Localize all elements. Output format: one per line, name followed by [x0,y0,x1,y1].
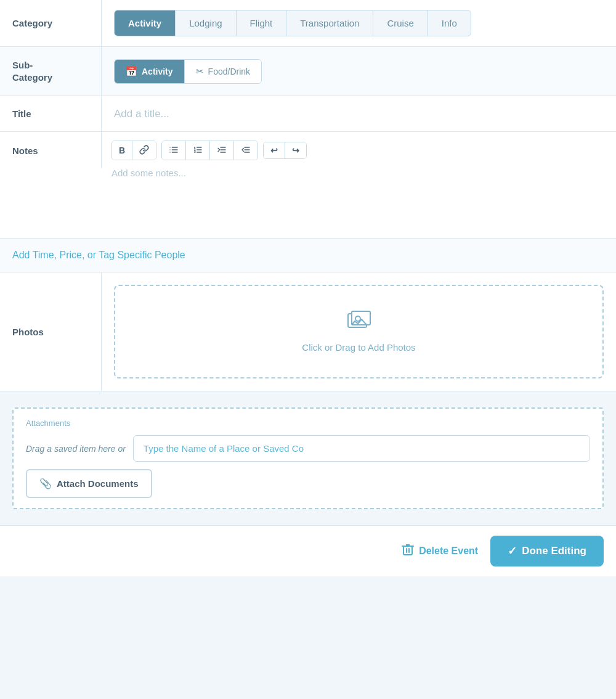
subcategory-tabs: 📅 Activity ✂ Food/Drink [114,59,262,84]
tab-info[interactable]: Info [428,10,471,36]
list-group [161,141,258,160]
subcategory-row: Sub- Category 📅 Activity ✂ Food/Drink [0,47,616,96]
title-content [102,96,616,131]
tab-transportation[interactable]: Transportation [286,10,373,36]
subcategory-label: Sub- Category [0,47,102,96]
photos-icon [347,311,371,336]
trash-icon [402,543,414,560]
photos-row: Photos Click or Drag to Add Photos [0,272,616,391]
add-time-link[interactable]: Add Time, Price, or Tag Specific People [12,250,185,260]
checkmark-icon: ✓ [508,544,517,558]
title-label: Title [0,96,102,131]
category-content: Activity Lodging Flight Transportation C… [102,0,616,46]
indent-button[interactable] [234,141,257,160]
tab-flight[interactable]: Flight [237,10,287,36]
ordered-list-button[interactable] [186,141,210,160]
notes-textarea[interactable] [111,168,606,229]
bottom-bar: Delete Event ✓ Done Editing [0,525,616,576]
category-row: Category Activity Lodging Flight Transpo… [0,0,616,47]
link-button[interactable] [132,141,156,160]
calendar-icon: 📅 [126,66,137,77]
photos-dropzone-text: Click or Drag to Add Photos [302,342,415,353]
title-input[interactable] [114,108,604,120]
attachments-wrapper: Attachments Drag a saved item here or 📎 … [0,391,616,525]
attachments-label: Attachments [26,419,590,428]
bold-button[interactable]: B [112,141,132,160]
tab-cruise[interactable]: Cruise [373,10,428,36]
history-group: ↩ ↪ [263,142,307,159]
photos-dropzone[interactable]: Click or Drag to Add Photos [114,285,604,378]
tab-lodging[interactable]: Lodging [176,10,236,36]
outdent-button[interactable] [210,141,234,160]
attach-docs-label: Attach Documents [57,478,139,489]
svg-rect-18 [403,546,412,555]
attach-documents-button[interactable]: 📎 Attach Documents [26,469,152,498]
unordered-list-button[interactable] [162,141,186,160]
attachments-inner: Drag a saved item here or [26,435,590,462]
drag-text: Drag a saved item here or [26,444,126,454]
subcategory-content: 📅 Activity ✂ Food/Drink [102,47,616,96]
attachment-search-input[interactable] [133,435,590,462]
title-row: Title [0,96,616,132]
done-editing-button[interactable]: ✓ Done Editing [490,536,604,566]
notes-row: Notes B [0,132,616,239]
notes-label: Notes [0,132,102,168]
scissors-icon: ✂ [196,66,204,77]
format-group: B [111,141,156,160]
redo-button[interactable]: ↪ [285,142,306,158]
category-tabs: Activity Lodging Flight Transportation C… [114,10,471,36]
add-time-row: Add Time, Price, or Tag Specific People [0,239,616,272]
main-container: Category Activity Lodging Flight Transpo… [0,0,616,576]
subtab-food[interactable]: ✂ Food/Drink [185,60,261,83]
tab-activity[interactable]: Activity [115,10,176,36]
delete-event-label: Delete Event [419,546,478,557]
photos-label: Photos [0,272,102,391]
svg-rect-16 [352,311,370,325]
notes-toolbar: B [111,141,606,160]
done-editing-label: Done Editing [522,545,586,557]
notes-content: B [102,132,616,238]
photos-content: Click or Drag to Add Photos [102,272,616,391]
paperclip-icon: 📎 [39,478,52,489]
subtab-activity[interactable]: 📅 Activity [115,60,185,83]
attachments-section: Attachments Drag a saved item here or 📎 … [12,407,604,509]
category-label: Category [0,0,102,46]
delete-event-button[interactable]: Delete Event [402,543,478,560]
undo-button[interactable]: ↩ [264,142,285,158]
